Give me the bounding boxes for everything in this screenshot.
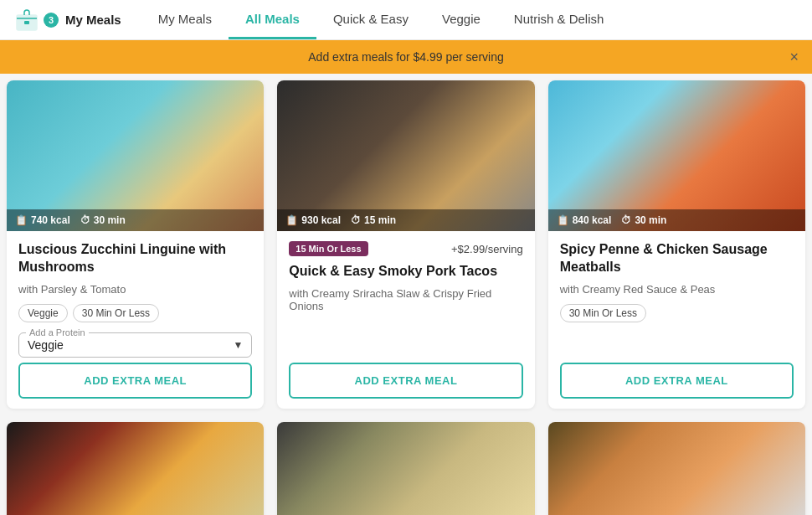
meal-subtitle: with Creamy Red Sauce & Peas <box>560 283 794 296</box>
meal-time: ⏱ 30 min <box>621 214 666 226</box>
protein-value: Veggie <box>28 338 64 352</box>
meal-image-steak <box>7 422 264 515</box>
nav-tabs: My Meals All Meals Quick & Easy Veggie N… <box>141 0 621 39</box>
extra-price: +$2.99/serving <box>451 243 523 255</box>
tab-my-meals[interactable]: My Meals <box>141 0 229 39</box>
nav-logo[interactable]: 3 My Meals <box>13 7 121 33</box>
meal-card-salmon <box>548 422 805 515</box>
promo-banner: Add extra meals for $4.99 per serving × <box>0 40 812 74</box>
svg-rect-1 <box>24 21 29 24</box>
meal-kcal: 📋 840 kcal <box>557 214 612 226</box>
time-icon: ⏱ <box>80 214 90 226</box>
meal-card-body: Luscious Zucchini Linguine with Mushroom… <box>7 231 264 409</box>
meal-kcal: 📋 740 kcal <box>15 214 70 226</box>
meal-image-chicken2 <box>277 422 534 515</box>
tag-veggie: Veggie <box>18 304 68 322</box>
meal-title: Spicy Penne & Chicken Sausage Meatballs <box>560 241 794 276</box>
nav-logo-label: My Meals <box>65 13 121 27</box>
meal-time: ⏱ 15 min <box>351 214 396 226</box>
add-extra-meal-button-tacos[interactable]: ADD EXTRA MEAL <box>289 363 522 399</box>
meal-image-salmon <box>548 422 805 515</box>
badge-15min: 15 Min Or Less <box>289 241 367 256</box>
meal-title: Luscious Zucchini Linguine with Mushroom… <box>18 241 252 276</box>
meal-meta-bar: 📋 740 kcal ⏱ 30 min <box>7 209 264 231</box>
tag-30min: 30 Min Or Less <box>73 304 159 322</box>
tag-30min: 30 Min Or Less <box>560 304 646 322</box>
meal-subtitle: with Parsley & Tomato <box>18 283 252 296</box>
meal-title: Quick & Easy Smoky Pork Tacos <box>289 263 522 281</box>
meal-image-penne: 📋 840 kcal ⏱ 30 min <box>548 80 805 231</box>
banner-text: Add extra meals for $4.99 per serving <box>308 50 503 64</box>
meal-time: ⏱ 30 min <box>80 214 126 226</box>
protein-select[interactable]: Veggie ▼ <box>28 338 243 352</box>
kcal-icon: 📋 <box>15 214 28 226</box>
protein-label: Add a Protein <box>26 327 89 337</box>
meal-card-body: Spicy Penne & Chicken Sausage Meatballs … <box>548 231 805 409</box>
tags-row: 30 Min Or Less <box>560 304 794 322</box>
meal-meta-bar: 📋 840 kcal ⏱ 30 min <box>548 209 805 231</box>
tab-all-meals[interactable]: All Meals <box>229 0 316 39</box>
time-icon: ⏱ <box>621 214 631 226</box>
meal-card-penne-chicken: 📋 840 kcal ⏱ 30 min Spicy Penne & Chicke… <box>548 80 805 409</box>
meal-badges-row: 15 Min Or Less +$2.99/serving <box>289 241 522 256</box>
meal-meta-bar: 📋 930 kcal ⏱ 15 min <box>277 209 534 231</box>
tab-veggie[interactable]: Veggie <box>425 0 497 39</box>
kcal-icon: 📋 <box>557 214 569 226</box>
meal-card-steak <box>7 422 264 515</box>
meal-box-icon <box>13 7 40 33</box>
banner-close-button[interactable]: × <box>789 49 799 64</box>
kcal-icon: 📋 <box>285 214 298 226</box>
meal-card-chicken2 <box>277 422 534 515</box>
tab-nutrish-delish[interactable]: Nutrish & Delish <box>497 0 621 39</box>
meal-image-zucchini: 📋 740 kcal ⏱ 30 min <box>7 80 264 231</box>
protein-select-wrapper[interactable]: Add a Protein Veggie ▼ <box>18 332 252 358</box>
tab-quick-easy[interactable]: Quick & Easy <box>316 0 425 39</box>
add-extra-meal-button-zucchini[interactable]: ADD EXTRA MEAL <box>18 363 252 399</box>
meal-kcal: 📋 930 kcal <box>285 214 341 226</box>
meal-card-body: 15 Min Or Less +$2.99/serving Quick & Ea… <box>277 231 534 409</box>
dropdown-arrow-icon: ▼ <box>233 339 243 351</box>
meal-card-smoky-pork-tacos: 📋 930 kcal ⏱ 15 min 15 Min Or Less +$2.9… <box>277 80 534 409</box>
time-icon: ⏱ <box>351 214 361 226</box>
meal-subtitle: with Creamy Sriracha Slaw & Crispy Fried… <box>289 287 522 312</box>
meal-grid: 📋 740 kcal ⏱ 30 min Luscious Zucchini Li… <box>0 74 812 515</box>
meal-card-zucchini-linguine: 📋 740 kcal ⏱ 30 min Luscious Zucchini Li… <box>7 80 264 409</box>
add-extra-meal-button-penne[interactable]: ADD EXTRA MEAL <box>560 363 794 399</box>
nav-bar: 3 My Meals My Meals All Meals Quick & Ea… <box>0 0 812 40</box>
meal-image-tacos: 📋 930 kcal ⏱ 15 min <box>277 80 534 231</box>
tags-row: Veggie 30 Min Or Less <box>18 304 252 322</box>
meal-count-badge: 3 <box>44 13 59 28</box>
